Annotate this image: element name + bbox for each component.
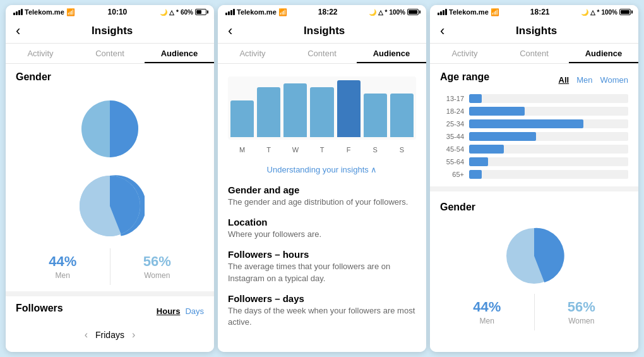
age-row-0: 13-17 [440,94,628,103]
info-item-3: Followers – daysThe days of the week whe… [228,293,416,328]
info-item-2: Followers – hoursThe average times that … [228,249,416,284]
week-bar-col-2 [283,79,307,137]
location-icon-3: △ [590,9,595,16]
nav-title-3: Insights [444,25,628,37]
pie-container-3: 44% Men 56% Women [440,218,628,337]
back-button-1[interactable]: ‹ [16,23,20,39]
info-item-1: LocationWhere your followers are. [228,217,416,240]
age-row-3: 35-44 [440,132,628,141]
week-bar-chart-2 [228,76,416,140]
week-label-0: M [230,146,254,154]
tab-activity-2[interactable]: Activity [218,44,287,63]
time-1: 10:10 [108,8,128,16]
info-title-3: Followers – days [228,293,416,304]
info-title-0: Gender and age [228,185,416,195]
carrier-3: Telekom.me [449,8,489,16]
tab-audience-2[interactable]: Audience [357,44,426,63]
wifi-icon-1: 📶 [66,8,75,16]
days-btn-1[interactable]: Days [185,306,204,316]
battery-icon-3 [619,9,631,15]
location-icon-2: △ [378,9,383,16]
tab-activity-1[interactable]: Activity [6,44,75,63]
age-row-6: 65+ [440,170,628,179]
info-desc-1: Where your followers are. [228,229,416,240]
pie-container-1: 44% Men 56% Women [16,88,204,291]
tabs-2: Activity Content Audience [218,44,426,64]
time-3: 18:21 [530,8,550,16]
tab-content-1[interactable]: Content [75,44,145,63]
women-stat-1: 56% Women [110,248,205,285]
bluetooth-icon-3: * [597,9,600,16]
bar-col-0 [18,351,38,352]
age-row-bar-container-3 [469,132,628,141]
back-button-2[interactable]: ‹ [228,23,232,39]
age-row-bar-container-6 [469,170,628,179]
men-stat-1: 44% Men [16,248,110,285]
wifi-icon-2: 📶 [278,8,287,16]
week-bar-col-1 [257,79,280,137]
age-row-bar-container-4 [469,145,628,154]
bar-chart-container-1: 12 am3 am6 am9 am12 pm3 pm6 pm9 pm [16,346,204,352]
bar-col-5 [135,351,155,352]
age-row-bar-3 [469,132,536,141]
week-chart-container-2: MTWTFSS [228,71,416,159]
prev-arrow-1[interactable]: ‹ [85,329,88,341]
understanding-link-2[interactable]: Understanding your insights ∧ [228,159,416,177]
tab-audience-3[interactable]: Audience [569,44,638,63]
age-rows-3: 13-17 18-24 25-34 35-44 45-54 55-64 65+ [440,94,628,179]
screen-2: Telekom.me 📶 18:22 🌙 △ * 100% ‹ Insights… [218,5,426,352]
week-bar-col-0 [230,79,254,137]
age-row-label-1: 18-24 [440,107,464,115]
age-range-section-3: Age range AllMenWomen 13-17 18-24 25-34 … [440,71,628,179]
nav-bar-3: ‹ Insights [430,19,638,44]
age-row-bar-6 [469,170,482,179]
wifi-icon-3: 📶 [491,8,499,16]
age-row-bar-4 [469,145,504,154]
week-label-5: S [364,146,387,154]
followers-section-1: Followers Hours Days ‹ Fridays › 12 am3 … [16,296,204,352]
battery-icon-1 [195,9,206,15]
age-filter-btn-1[interactable]: Men [576,75,592,85]
age-filter-btn-0[interactable]: All [559,75,569,85]
men-label-1: Men [16,271,110,280]
week-bar-2 [283,83,307,137]
tab-activity-3[interactable]: Activity [430,44,499,63]
gender-title-3: Gender [440,202,628,213]
women-label-1: Women [110,271,205,280]
battery-text-2: 100% [389,9,405,16]
battery-text-1: 60% [181,9,193,16]
day-label-1: Fridays [95,330,124,340]
back-button-3[interactable]: ‹ [440,23,444,39]
gender-section-3: Gender 44% Men 56% [440,197,628,337]
status-icons-3: 🌙 △ * 100% [581,9,631,16]
age-row-1: 18-24 [440,107,628,116]
pie-legend-3: 44% Men 56% Women [440,294,628,330]
week-bar-3 [310,87,333,137]
week-bar-1 [257,87,280,137]
age-row-label-4: 45-54 [440,145,464,153]
bluetooth-icon-1: * [176,9,179,16]
status-bar-1: Telekom.me 📶 10:10 🌙 △ * 60% [6,5,214,19]
women-percent-3: 56% [535,299,629,315]
tab-content-2[interactable]: Content [287,44,357,63]
women-stat-3: 56% Women [535,294,629,330]
followers-toggle-1: Hours Days [157,306,204,316]
tab-audience-1[interactable]: Audience [145,44,214,63]
info-item-0: Gender and ageThe gender and age distrib… [228,185,416,208]
gender-title-1: Gender [16,71,204,83]
pie-visual-1 [75,171,145,241]
carrier-2: Telekom.me [237,8,277,16]
next-arrow-1[interactable]: › [132,329,135,341]
age-filter-btn-2[interactable]: Women [600,75,628,85]
bar-col-3 [88,351,108,352]
age-row-bar-2 [469,119,583,128]
week-bar-col-4 [337,79,361,137]
men-stat-3: 44% Men [440,294,535,330]
women-label-3: Women [535,317,629,325]
age-row-label-6: 65+ [440,171,464,178]
week-bar-0 [230,100,254,137]
screen-3: Telekom.me 📶 18:21 🌙 △ * 100% ‹ Insights… [430,5,638,352]
tab-content-3[interactable]: Content [499,44,569,63]
followers-title-1: Followers [16,303,63,314]
hours-btn-1[interactable]: Hours [157,306,181,316]
